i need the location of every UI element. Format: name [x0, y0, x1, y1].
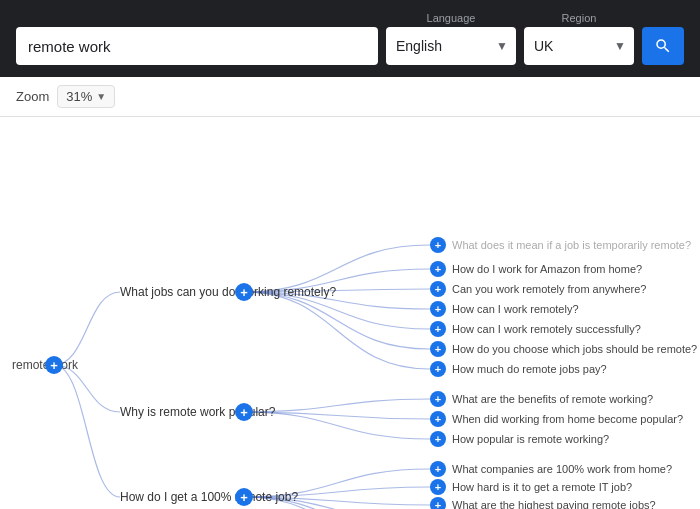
search-group: [16, 24, 378, 65]
language-dropdown-wrapper: English Spanish French ▼: [386, 27, 516, 65]
language-label: Language: [386, 12, 516, 24]
leaf-b3-2-icon: [430, 497, 446, 509]
leaf-b1-2[interactable]: Can you work remotely from anywhere?: [430, 281, 646, 297]
root-circle[interactable]: [45, 356, 63, 374]
leaf-b3-2-text: What are the highest paying remote jobs?: [452, 499, 656, 509]
toolbar: Zoom 31% ▼: [0, 77, 700, 117]
zoom-arrow-icon: ▼: [96, 91, 106, 102]
language-group: Language English Spanish French ▼: [386, 12, 516, 65]
leaf-b1-0-text: What does it mean if a job is temporaril…: [452, 239, 691, 251]
leaf-b1-6[interactable]: How much do remote jobs pay?: [430, 361, 607, 377]
region-dropdown-wrapper: UK US AU ▼: [524, 27, 634, 65]
branch1-circle[interactable]: [235, 283, 253, 301]
region-select[interactable]: UK US AU: [524, 27, 634, 65]
leaf-b1-6-icon: [430, 361, 446, 377]
leaf-b1-6-text: How much do remote jobs pay?: [452, 363, 607, 375]
leaf-b3-0[interactable]: What companies are 100% work from home?: [430, 461, 672, 477]
leaf-b1-1-text: How do I work for Amazon from home?: [452, 263, 642, 275]
region-label: Region: [524, 12, 634, 24]
leaf-b1-0-icon: [430, 237, 446, 253]
leaf-b1-1-icon: [430, 261, 446, 277]
zoom-value: 31%: [66, 89, 92, 104]
branch1-label: What jobs can you do working remotely?: [120, 285, 336, 299]
search-button[interactable]: [642, 27, 684, 65]
graph-canvas: remote work What jobs can you do working…: [0, 117, 700, 509]
leaf-b2-2-text: How popular is remote working?: [452, 433, 609, 445]
leaf-b1-5[interactable]: How do you choose which jobs should be r…: [430, 341, 697, 357]
leaf-b1-5-icon: [430, 341, 446, 357]
leaf-b3-1-text: How hard is it to get a remote IT job?: [452, 481, 632, 493]
header-inner: Language English Spanish French ▼ Region…: [16, 10, 684, 65]
leaf-b1-3[interactable]: How can I work remotely?: [430, 301, 579, 317]
leaf-b3-2[interactable]: What are the highest paying remote jobs?: [430, 497, 656, 509]
leaf-b2-0-text: What are the benefits of remote working?: [452, 393, 653, 405]
leaf-b1-4[interactable]: How can I work remotely successfully?: [430, 321, 641, 337]
zoom-label: Zoom: [16, 89, 49, 104]
leaf-b2-1-text: When did working from home become popula…: [452, 413, 683, 425]
branch3-circle[interactable]: [235, 488, 253, 506]
leaf-b3-1[interactable]: How hard is it to get a remote IT job?: [430, 479, 632, 495]
header: Language English Spanish French ▼ Region…: [0, 0, 700, 77]
leaf-b1-2-text: Can you work remotely from anywhere?: [452, 283, 646, 295]
leaf-b2-2[interactable]: How popular is remote working?: [430, 431, 609, 447]
language-select[interactable]: English Spanish French: [386, 27, 516, 65]
branch3-label: How do I get a 100% remote job?: [120, 490, 298, 504]
leaf-b1-0[interactable]: What does it mean if a job is temporaril…: [430, 237, 691, 253]
leaf-b1-4-icon: [430, 321, 446, 337]
leaf-b1-3-text: How can I work remotely?: [452, 303, 579, 315]
search-icon: [654, 37, 672, 55]
leaf-b2-0-icon: [430, 391, 446, 407]
leaf-b1-1[interactable]: How do I work for Amazon from home?: [430, 261, 642, 277]
leaf-b2-2-icon: [430, 431, 446, 447]
leaf-b2-1-icon: [430, 411, 446, 427]
branch2-circle[interactable]: [235, 403, 253, 421]
leaf-b3-0-text: What companies are 100% work from home?: [452, 463, 672, 475]
search-input[interactable]: [16, 27, 378, 65]
leaf-b3-0-icon: [430, 461, 446, 477]
leaf-b1-2-icon: [430, 281, 446, 297]
zoom-control[interactable]: 31% ▼: [57, 85, 115, 108]
leaf-b1-4-text: How can I work remotely successfully?: [452, 323, 641, 335]
region-group: Region UK US AU ▼: [524, 12, 634, 65]
leaf-b1-3-icon: [430, 301, 446, 317]
leaf-b1-5-text: How do you choose which jobs should be r…: [452, 343, 697, 355]
leaf-b3-1-icon: [430, 479, 446, 495]
graph-svg: [0, 117, 700, 509]
leaf-b2-0[interactable]: What are the benefits of remote working?: [430, 391, 653, 407]
leaf-b2-1[interactable]: When did working from home become popula…: [430, 411, 683, 427]
